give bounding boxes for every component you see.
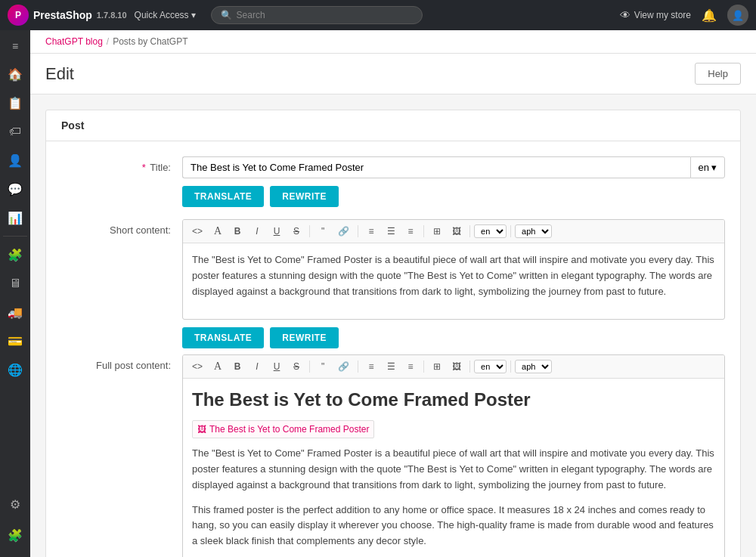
title-action-buttons: TRANSLATE REWRITE (182, 186, 725, 207)
notifications-button[interactable]: 🔔 (702, 8, 717, 23)
fp-toolbar-quote-btn[interactable]: " (314, 358, 332, 375)
sidebar: ≡ 🏠 📋 🏷 👤 💬 📊 🧩 🖥 🚚 💳 🌐 ⚙ 🧩 (0, 30, 30, 557)
fp-toolbar-table-btn[interactable]: ⊞ (428, 358, 446, 375)
sidebar-item-dashboard[interactable]: 🏠 (2, 60, 29, 88)
toolbar-link-btn[interactable]: 🔗 (333, 223, 354, 240)
toolbar-table-btn[interactable]: ⊞ (428, 223, 446, 240)
toolbar-list-ol-btn[interactable]: ≡ (401, 223, 420, 240)
toolbar-lang-select[interactable]: en (474, 224, 507, 238)
title-lang-button[interactable]: en ▾ (690, 156, 725, 178)
logo-icon: P (8, 5, 29, 26)
fp-toolbar-list-ol-btn[interactable]: ≡ (401, 358, 420, 375)
sidebar-item-modules-2[interactable]: 🧩 (2, 521, 29, 549)
fp-toolbar-sep-2 (358, 361, 358, 373)
full-post-paragraph-2: This framed poster is the perfect additi… (192, 503, 715, 549)
sidebar-item-messages[interactable]: 💬 (2, 175, 29, 203)
fp-toolbar-align-btn[interactable]: ≡ (362, 358, 380, 375)
fp-toolbar-text-btn[interactable]: A (209, 358, 227, 375)
top-nav: P PrestaShop 1.7.8.10 Quick Access ▾ 🔍 👁… (0, 0, 756, 30)
breadcrumb-parent-link[interactable]: ChatGPT blog (45, 36, 103, 47)
toolbar-sep-4 (469, 225, 470, 237)
short-content-action-buttons: TRANSLATE REWRITE (182, 327, 725, 348)
toolbar-align-btn[interactable]: ≡ (362, 223, 380, 240)
fp-toolbar-sep-3 (423, 361, 424, 373)
view-store-button[interactable]: 👁 View my store (620, 9, 691, 21)
sidebar-item-customers[interactable]: 👤 (2, 147, 29, 174)
toolbar-strikethrough-btn[interactable]: S (287, 223, 305, 240)
search-bar: 🔍 (211, 6, 423, 24)
sidebar-toggle-button[interactable]: ≡ (2, 34, 29, 58)
toolbar-sep-1 (309, 225, 310, 237)
fp-toolbar-link-btn[interactable]: 🔗 (333, 358, 354, 375)
toolbar-italic-btn[interactable]: I (248, 223, 266, 240)
sidebar-item-shipping[interactable]: 🚚 (2, 299, 29, 326)
sidebar-item-payment[interactable]: 💳 (2, 327, 29, 354)
sidebar-item-international[interactable]: 🌐 (2, 356, 29, 383)
top-nav-right: 👁 View my store 🔔 👤 (620, 5, 748, 26)
sidebar-item-design[interactable]: 🖥 (2, 270, 29, 297)
short-content-control-wrap: <> A B I U S " 🔗 ≡ ☰ (182, 219, 725, 348)
breadcrumb: ChatGPT blog / Posts by ChatGPT (30, 30, 756, 54)
toolbar-sep-2 (358, 225, 358, 237)
full-post-paragraph-1: The "Best is Yet to Come" Framed Poster … (192, 446, 715, 493)
sidebar-item-modules[interactable]: 🧩 (2, 241, 29, 268)
page-header: Edit Help (30, 54, 756, 94)
fp-toolbar-underline-btn[interactable]: U (268, 358, 286, 375)
eye-icon: 👁 (620, 9, 631, 21)
app-version: 1.7.8.10 (97, 11, 127, 20)
card-header: Post (46, 110, 740, 141)
sidebar-item-orders[interactable]: 📋 (2, 89, 29, 116)
toolbar-paragraph-select[interactable]: aph (515, 224, 552, 238)
short-content-row: Short content: <> A B I U S (61, 219, 725, 348)
sidebar-divider-1 (3, 236, 27, 237)
search-input[interactable] (237, 10, 413, 20)
fp-toolbar-paragraph-select[interactable]: aph (515, 360, 552, 373)
fp-toolbar-image-btn[interactable]: 🖼 (448, 358, 466, 375)
title-translate-button[interactable]: TRANSLATE (182, 186, 264, 207)
short-content-translate-button[interactable]: TRANSLATE (182, 327, 264, 348)
toolbar-bold-btn[interactable]: B (228, 223, 246, 240)
breadcrumb-separator: / (107, 36, 109, 47)
app-name: PrestaShop (33, 9, 92, 21)
fp-toolbar-list-ul-btn[interactable]: ☰ (382, 358, 400, 375)
full-post-control-wrap: <> A B I U S " 🔗 ≡ ☰ (182, 354, 725, 557)
toolbar-sep-5 (510, 225, 511, 237)
sidebar-item-stats[interactable]: 📊 (2, 204, 29, 231)
toolbar-text-btn[interactable]: A (209, 223, 227, 240)
sidebar-bottom: ⚙ 🧩 (2, 490, 29, 557)
title-input[interactable] (182, 156, 690, 178)
full-post-image: 🖼 The Best is Yet to Come Framed Poster (192, 420, 374, 438)
full-post-editable[interactable]: The Best is Yet to Come Framed Poster 🖼 … (183, 379, 724, 557)
title-control-wrap: en ▾ TRANSLATE REWRITE (182, 156, 725, 207)
avatar[interactable]: 👤 (727, 5, 748, 26)
fp-toolbar-bold-btn[interactable]: B (228, 358, 246, 375)
toolbar-code-btn[interactable]: <> (187, 223, 207, 240)
fp-toolbar-sep-4 (469, 361, 470, 373)
fp-toolbar-strikethrough-btn[interactable]: S (287, 358, 305, 375)
toolbar-image-btn[interactable]: 🖼 (448, 223, 466, 240)
short-content-editor: <> A B I U S " 🔗 ≡ ☰ (182, 219, 725, 320)
toolbar-underline-btn[interactable]: U (268, 223, 286, 240)
sidebar-item-settings[interactable]: ⚙ (2, 490, 29, 518)
full-post-heading: The Best is Yet to Come Framed Poster (192, 388, 715, 411)
toolbar-quote-btn[interactable]: " (314, 223, 332, 240)
sidebar-item-catalog[interactable]: 🏷 (2, 118, 29, 145)
short-content-text: The "Best is Yet to Come" Framed Poster … (192, 254, 714, 297)
toolbar-list-ul-btn[interactable]: ☰ (382, 223, 400, 240)
title-rewrite-button[interactable]: REWRITE (270, 186, 339, 207)
help-button[interactable]: Help (695, 63, 741, 85)
title-input-group: en ▾ (182, 156, 725, 178)
search-icon: 🔍 (221, 10, 232, 20)
short-content-editable[interactable]: The "Best is Yet to Come" Framed Poster … (183, 243, 724, 319)
fp-toolbar-lang-select[interactable]: en (474, 360, 507, 373)
fp-toolbar-italic-btn[interactable]: I (248, 358, 266, 375)
title-lang-chevron: ▾ (711, 162, 717, 173)
quick-access-button[interactable]: Quick Access ▾ (135, 10, 196, 20)
post-card: Post * Title: en ▾ (45, 110, 741, 557)
required-star: * (142, 162, 146, 173)
short-content-rewrite-button[interactable]: REWRITE (270, 327, 339, 348)
fp-toolbar-sep-1 (309, 361, 310, 373)
fp-toolbar-code-btn[interactable]: <> (187, 358, 207, 375)
content-area: Post * Title: en ▾ (30, 94, 756, 557)
title-label: * Title: (61, 156, 182, 173)
